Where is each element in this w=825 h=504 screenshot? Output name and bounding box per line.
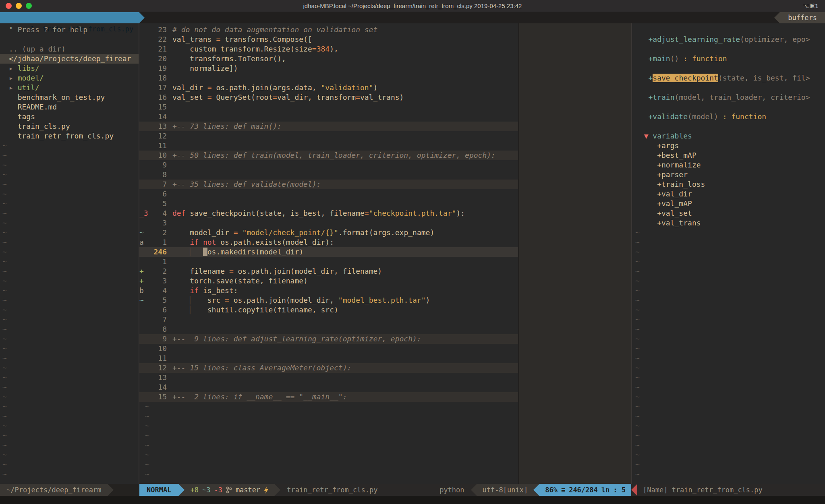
code-line[interactable]: _34def save_checkpoint(state, is_best, f…	[139, 209, 631, 218]
tree-item[interactable]: ▸ util/	[0, 83, 139, 93]
code-line[interactable]: b4 if is_best:	[139, 286, 631, 295]
code-line[interactable]: 8	[139, 170, 631, 180]
tree-item[interactable]: benchmark_on_test.py	[0, 93, 139, 102]
folded-line[interactable]: 9+-- 9 lines: def adjust_learning_rate(o…	[139, 334, 631, 344]
empty-line-tilde: ~	[0, 209, 139, 218]
code-line[interactable]: 10	[139, 344, 631, 353]
tag-item[interactable]: +normalize	[632, 160, 825, 170]
code-line[interactable]: 5	[139, 199, 631, 209]
tag-item[interactable]: +main() : function	[632, 54, 825, 64]
code-text: def save_checkpoint(state, is_best, file…	[172, 209, 465, 218]
empty-line-tilde: ~	[632, 373, 825, 382]
code-line[interactable]: 20 transforms.ToTensor(),	[139, 54, 631, 64]
text-segment-t: transforms.Compose([	[220, 35, 312, 43]
code-line[interactable]: 19 normalize])	[139, 64, 631, 73]
tagbar-blank-line	[632, 25, 825, 35]
tag-item[interactable]: +args	[632, 141, 825, 151]
tree-item[interactable]: ▸ libs/	[0, 64, 139, 73]
tag-item[interactable]: +val_trans	[632, 218, 825, 228]
code-text: +-- 73 lines: def main():	[172, 122, 282, 131]
empty-line-tilde: ~	[139, 431, 631, 440]
tree-item[interactable]: README.md	[0, 102, 139, 112]
code-line[interactable]: 1	[139, 257, 631, 266]
tag-item[interactable]: +parser	[632, 170, 825, 180]
tag-item[interactable]: +save_checkpoint(state, is_best, fil>	[632, 73, 825, 83]
line-number: 18	[148, 73, 167, 83]
tree-item[interactable]: train_cls.py	[0, 122, 139, 131]
nerdtree-panel[interactable]: " Press ? for help.. (up a dir)</jdhao/P…	[0, 23, 139, 484]
code-line[interactable]: 18	[139, 73, 631, 83]
code-line[interactable]: 11	[139, 353, 631, 363]
text-segment-o: =	[207, 83, 212, 92]
tree-item[interactable]	[0, 35, 139, 44]
code-line[interactable]: 23# do not do data augmentation on valid…	[139, 25, 631, 35]
tag-item[interactable]: +val_mAP	[632, 199, 825, 209]
tab-train-retr-from-cls[interactable]: 1. train_retr_from_cls.py	[0, 12, 139, 23]
tree-item[interactable]: " Press ? for help	[0, 25, 139, 35]
code-line[interactable]: a1 if not os.path.exists(model_dir):	[139, 238, 631, 247]
code-line[interactable]: 3	[139, 218, 631, 228]
code-line[interactable]: 12	[139, 131, 631, 141]
code-line[interactable]: 7	[139, 315, 631, 324]
code-line[interactable]: ~5 ▏ src = os.path.join(model_dir, "mode…	[139, 295, 631, 305]
folded-line[interactable]: 7+-- 35 lines: def validate(model):	[139, 180, 631, 189]
tree-item[interactable]: tags	[0, 112, 139, 122]
tag-item[interactable]: +best_mAP	[632, 151, 825, 160]
sign-column	[139, 64, 148, 73]
code-text: ▏ src = os.path.join(model_dir, "model_b…	[172, 295, 430, 305]
code-line[interactable]: 6	[139, 189, 631, 199]
tag-item[interactable]: +adjust_learning_rate(optimizer, epo>	[632, 35, 825, 44]
code-line[interactable]: +3 torch.save(state, filename)	[139, 276, 631, 286]
tree-item[interactable]: train_retr_from_cls.py	[0, 131, 139, 141]
code-line[interactable]: 246 ▏ os.makedirs(model_dir)	[139, 247, 631, 257]
code-line[interactable]: 16val_set = QuerySet(root=val_dir, trans…	[139, 93, 631, 102]
empty-line-tilde: ~	[0, 460, 139, 469]
code-line[interactable]: 6 ▏ shutil.copyfile(filename, src)	[139, 305, 631, 315]
tag-item[interactable]: +train(model, train_loader, criterio>	[632, 93, 825, 102]
code-line[interactable]: 22val_trans = transforms.Compose([	[139, 35, 631, 44]
code-line[interactable]: 15	[139, 102, 631, 112]
code-line[interactable]: 8	[139, 324, 631, 334]
folded-line[interactable]: 10+-- 50 lines: def train(model, train_l…	[139, 151, 631, 160]
text-segment-o: =	[312, 45, 317, 53]
tree-item[interactable]: ▸ model/	[0, 73, 139, 83]
line-number: 3	[148, 276, 167, 286]
tree-item[interactable]: .. (up a dir)	[0, 44, 139, 54]
text-segment-t: ):	[456, 209, 465, 217]
line-number: 15	[148, 102, 167, 112]
empty-line-tilde: ~	[0, 199, 139, 209]
code-line[interactable]: 21 custom_transform.Resize(size=384),	[139, 44, 631, 54]
text-segment-sig: (model, train_loader, criterio>	[675, 93, 810, 101]
empty-line-tilde: ~	[0, 431, 139, 440]
tag-item[interactable]: +train_loss	[632, 180, 825, 189]
tag-item[interactable]: +val_dir	[632, 189, 825, 199]
folded-line[interactable]: 12+-- 15 lines: class AverageMeter(objec…	[139, 363, 631, 373]
code-line[interactable]: +2 filename = os.path.join(model_dir, fi…	[139, 266, 631, 276]
folded-line[interactable]: 15+-- 2 lines: if __name__ == "__main__"…	[139, 392, 631, 402]
titlebar: jdhao-MBP.local ~/Projects/deep_firearm/…	[0, 0, 825, 12]
empty-line-tilde: ~	[0, 411, 139, 421]
code-line[interactable]: 11	[139, 141, 631, 151]
tag-item[interactable]: ▼ variables	[632, 131, 825, 141]
filetype-indicator: python	[433, 484, 471, 496]
tagbar-panel[interactable]: +adjust_learning_rate(optimizer, epo> +m…	[631, 23, 825, 484]
text-segment-t	[172, 248, 190, 256]
text-segment-t: val_set	[172, 93, 207, 101]
tag-item[interactable]: +val_set	[632, 209, 825, 218]
editor-panel[interactable]: 23# do not do data augmentation on valid…	[139, 23, 631, 484]
code-line[interactable]: 14	[139, 112, 631, 122]
code-line[interactable]: 17val_dir = os.path.join(args.data, "val…	[139, 83, 631, 93]
code-line[interactable]: ~2 model_dir = "model/check_point/{}".fo…	[139, 228, 631, 238]
code-line[interactable]: 13	[139, 373, 631, 382]
code-line[interactable]: 9	[139, 160, 631, 170]
sign-column	[139, 102, 148, 112]
text-segment-n: 384	[317, 45, 330, 53]
empty-line-tilde: ~	[0, 373, 139, 382]
command-line[interactable]	[0, 496, 825, 504]
code-line[interactable]: 14	[139, 382, 631, 392]
folded-line[interactable]: 13+-- 73 lines: def main():	[139, 122, 631, 131]
text-segment-typ: : function	[718, 112, 766, 121]
empty-line-tilde: ~	[0, 189, 139, 199]
tree-item[interactable]: </jdhao/Projects/deep_firear	[0, 54, 139, 64]
tag-item[interactable]: +validate(model) : function	[632, 112, 825, 122]
